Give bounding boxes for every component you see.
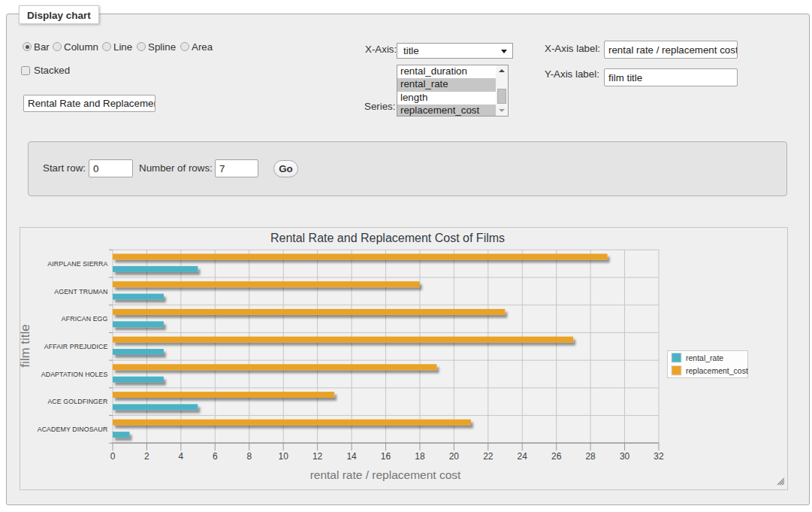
svg-text:24: 24: [518, 451, 528, 462]
svg-text:2: 2: [144, 451, 149, 462]
svg-text:14: 14: [346, 451, 357, 462]
svg-text:16: 16: [381, 451, 391, 462]
svg-text:22: 22: [483, 451, 494, 462]
svg-text:18: 18: [415, 451, 425, 462]
svg-text:ACE GOLDFINGER: ACE GOLDFINGER: [47, 398, 107, 405]
svg-text:26: 26: [551, 451, 562, 462]
svg-text:32: 32: [654, 451, 664, 462]
svg-text:0: 0: [110, 451, 116, 462]
svg-text:rental rate / replacement cost: rental rate / replacement cost: [310, 468, 461, 481]
svg-text:8: 8: [246, 451, 252, 462]
svg-text:4: 4: [179, 451, 184, 462]
svg-text:20: 20: [449, 451, 460, 462]
svg-text:AFFAIR PREJUDICE: AFFAIR PREJUDICE: [44, 343, 108, 350]
svg-text:6: 6: [213, 451, 218, 462]
svg-text:rental_rate: rental_rate: [686, 353, 723, 362]
svg-text:ACADEMY DINOSAUR: ACADEMY DINOSAUR: [38, 426, 108, 433]
svg-text:ADAPTATION HOLES: ADAPTATION HOLES: [41, 371, 108, 378]
svg-text:30: 30: [620, 451, 630, 462]
svg-text:film title: film title: [20, 324, 32, 368]
svg-text:10: 10: [279, 451, 289, 462]
svg-text:28: 28: [585, 451, 596, 462]
svg-text:AGENT TRUMAN: AGENT TRUMAN: [54, 288, 107, 295]
svg-text:AIRPLANE SIERRA: AIRPLANE SIERRA: [47, 260, 107, 268]
svg-text:Rental Rate and Replacement Co: Rental Rate and Replacement Cost of Film…: [270, 232, 505, 244]
svg-text:AFRICAN EGG: AFRICAN EGG: [62, 315, 108, 323]
svg-text:replacement_cost: replacement_cost: [686, 366, 748, 375]
svg-text:12: 12: [312, 451, 323, 462]
